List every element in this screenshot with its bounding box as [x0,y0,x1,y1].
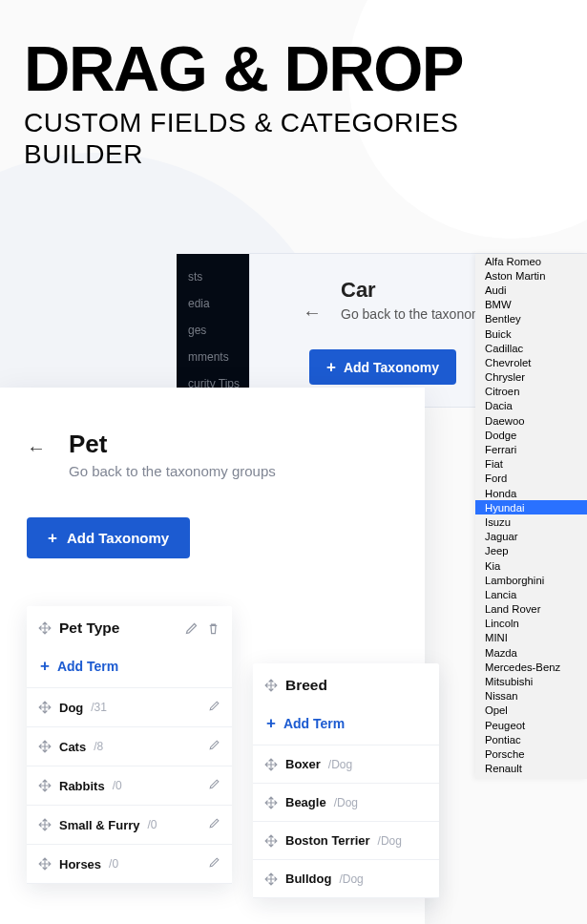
term-row[interactable]: Dog/31 [27,688,232,727]
edit-icon[interactable] [208,700,220,712]
car-brand-dropdown[interactable]: Alfa RomeoAston MartinAudiBMWBentleyBuic… [475,254,587,779]
dropdown-option[interactable]: BMW [475,298,587,312]
front-panel: ← Pet Go back to the taxonomy groups + A… [0,388,425,924]
dropdown-option[interactable]: Chrysler [475,370,587,385]
term-name: Dog [59,701,83,715]
term-row[interactable]: Bulldog/Dog [253,860,439,898]
edit-icon[interactable] [208,856,220,869]
dropdown-option[interactable]: Citroen [475,385,587,399]
dropdown-option[interactable]: Dodge [475,428,587,442]
dropdown-option[interactable]: Mercedes-Benz [475,660,587,674]
add-taxonomy-button[interactable]: + Add Taxonomy [27,517,190,558]
dropdown-option[interactable]: Rolls-Royce [475,776,587,779]
term-name: Cats [59,740,86,754]
term-parent: /Dog [328,758,352,771]
dropdown-option[interactable]: Porsche [475,746,587,761]
page-title: Pet [69,430,276,459]
move-icon[interactable] [38,701,52,714]
term-row[interactable]: Small & Furry/0 [27,806,232,845]
term-row[interactable]: Horses/0 [27,845,232,884]
dropdown-option[interactable]: Mazda [475,645,587,660]
dropdown-option[interactable]: Cadillac [475,341,587,355]
term-name: Bulldog [285,872,331,886]
dropdown-option[interactable]: Buick [475,326,587,341]
dropdown-option[interactable]: Lamborghini [475,573,587,587]
dropdown-option[interactable]: Audi [475,283,587,297]
dropdown-option[interactable]: Peugeot [475,718,587,732]
dropdown-option[interactable]: Isuzu [475,514,587,529]
dropdown-option[interactable]: Ford [475,472,587,486]
edit-icon[interactable] [208,739,220,751]
delete-icon[interactable] [206,621,220,636]
admin-nav: sts edia ges mments curity Tips [188,263,240,397]
move-icon[interactable] [38,818,52,831]
edit-icon[interactable] [184,621,199,636]
dropdown-option[interactable]: Jaguar [475,530,587,544]
plus-icon: + [326,359,336,375]
plus-icon: + [266,715,276,731]
dropdown-option[interactable]: Opel [475,704,587,718]
plus-icon: + [40,658,50,674]
back-arrow-icon[interactable]: ← [303,302,322,324]
dropdown-option[interactable]: Hyundai [475,500,587,514]
move-icon[interactable] [264,872,278,886]
nav-item[interactable]: ges [188,317,240,344]
move-icon[interactable] [38,857,52,871]
term-name: Horses [59,857,101,872]
dropdown-option[interactable]: Chevrolet [475,355,587,369]
term-row[interactable]: Boston Terrier/Dog [253,822,439,860]
dropdown-option[interactable]: Bentley [475,312,587,326]
dropdown-option[interactable]: MINI [475,631,587,645]
edit-icon[interactable] [208,817,220,830]
add-term-button[interactable]: + Add Term [27,650,232,688]
add-taxonomy-button-back[interactable]: + Add Taxonomy [309,349,456,385]
dropdown-option[interactable]: Lancia [475,587,587,601]
move-icon[interactable] [38,779,52,792]
dropdown-option[interactable]: Kia [475,558,587,573]
plus-icon: + [48,530,57,546]
move-icon[interactable] [264,834,278,848]
taxonomy-card-breed: Breed + Add Term Boxer/DogBeagle/DogBost… [253,663,439,898]
back-arrow-icon[interactable]: ← [27,437,46,459]
dropdown-option[interactable]: Lincoln [475,617,587,631]
move-icon[interactable] [38,621,52,635]
term-row[interactable]: Rabbits/0 [27,766,232,806]
dropdown-option[interactable]: Land Rover [475,602,587,617]
term-count: /31 [91,701,107,714]
dropdown-option[interactable]: Dacia [475,399,587,413]
dropdown-option[interactable]: Alfa Romeo [475,254,587,268]
term-parent: /Dog [378,834,402,848]
back-subtitle: Go back to the taxonomy [341,306,490,322]
term-row[interactable]: Beagle/Dog [253,784,439,822]
dropdown-option[interactable]: Nissan [475,689,587,704]
back-title: Car [341,278,376,303]
dropdown-option[interactable]: Renault [475,762,587,776]
taxonomy-card-pettype: Pet Type + Add Term Dog/31Cats/8Rabbits/… [27,606,232,884]
dropdown-option[interactable]: Fiat [475,457,587,472]
dropdown-option[interactable]: Pontiac [475,732,587,746]
term-name: Rabbits [59,779,105,793]
dropdown-option[interactable]: Daewoo [475,413,587,428]
move-icon[interactable] [264,679,278,692]
term-name: Boxer [285,757,321,771]
move-icon[interactable] [264,796,278,809]
dropdown-option[interactable]: Mitsubishi [475,674,587,688]
term-row[interactable]: Boxer/Dog [253,746,439,784]
term-row[interactable]: Cats/8 [27,727,232,766]
dropdown-option[interactable]: Aston Martin [475,268,587,283]
nav-item[interactable]: edia [188,290,240,317]
dropdown-option[interactable]: Ferrari [475,442,587,456]
term-parent: /Dog [334,796,358,809]
page-subtitle: Go back to the taxonomy groups [69,463,276,479]
dropdown-option[interactable]: Honda [475,486,587,500]
nav-item[interactable]: sts [188,263,240,290]
term-name: Boston Terrier [285,833,370,848]
dropdown-option[interactable]: Jeep [475,544,587,558]
add-term-button[interactable]: + Add Term [253,707,439,746]
edit-icon[interactable] [208,778,220,790]
term-count: /0 [109,857,118,871]
move-icon[interactable] [264,758,278,771]
nav-item[interactable]: mments [188,344,240,370]
hero-title: DRAG & DROP [24,38,563,99]
move-icon[interactable] [38,740,52,753]
